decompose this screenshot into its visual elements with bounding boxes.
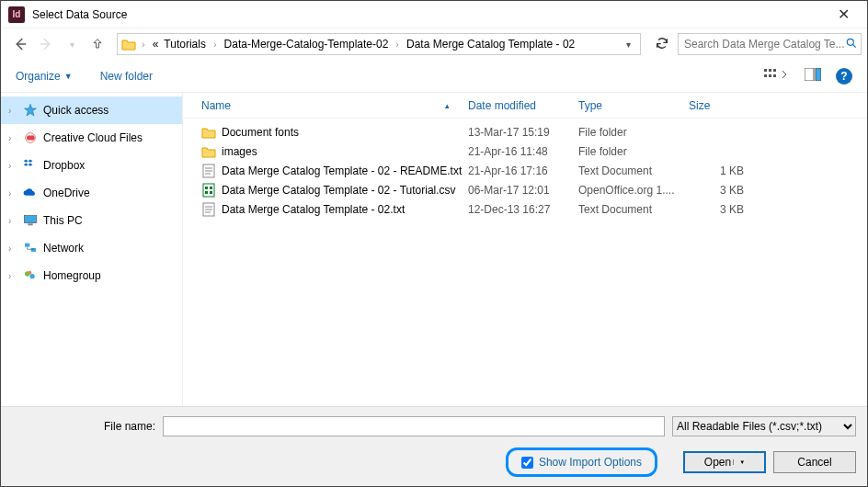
file-row[interactable]: Data Merge Catalog Template - 02 - READM…	[183, 161, 867, 180]
svg-rect-14	[25, 244, 29, 247]
preview-pane-button[interactable]	[805, 68, 821, 85]
column-headers: Name ▴ Date modified Type Size	[183, 93, 867, 119]
chevron-right-icon: ›	[8, 106, 17, 116]
file-size: 1 KB	[689, 164, 762, 177]
breadcrumb-item[interactable]: Data Merge Catalog Template - 02	[405, 38, 577, 51]
file-name: Data Merge Catalog Template - 02 - READM…	[222, 164, 462, 177]
preview-icon	[805, 68, 821, 81]
column-type[interactable]: Type	[578, 99, 689, 112]
sidebar-item-label: Homegroup	[43, 269, 101, 282]
close-button[interactable]: ✕	[827, 6, 860, 23]
back-icon	[12, 36, 29, 52]
file-pane: Name ▴ Date modified Type Size Document …	[183, 93, 867, 424]
txt-icon	[201, 164, 216, 178]
sidebar-item-onedrive[interactable]: › OneDrive	[1, 179, 182, 207]
file-date: 12-Dec-13 16:27	[468, 203, 578, 216]
organize-menu[interactable]: Organize ▼	[16, 70, 73, 83]
main-area: › Quick access › Creative Cloud Files › …	[1, 93, 867, 424]
file-type: File folder	[578, 145, 689, 158]
file-row[interactable]: Data Merge Catalog Template - 02 - Tutor…	[183, 180, 867, 199]
recent-dropdown[interactable]: ▾	[62, 34, 82, 54]
refresh-button[interactable]	[652, 36, 672, 53]
file-size: 3 KB	[689, 184, 762, 197]
file-name: Data Merge Catalog Template - 02 - Tutor…	[222, 184, 456, 197]
svg-rect-5	[769, 74, 771, 77]
sidebar-item-label: Creative Cloud Files	[43, 131, 143, 144]
file-type-filter[interactable]: All Readable Files (*.csv;*.txt)	[672, 416, 856, 436]
file-size: 3 KB	[689, 203, 762, 216]
help-button[interactable]: ?	[836, 68, 852, 85]
svg-point-18	[28, 271, 31, 275]
refresh-icon	[655, 36, 669, 51]
file-date: 21-Apr-16 11:48	[468, 145, 578, 158]
view-options-button[interactable]	[764, 67, 790, 85]
svg-point-11	[29, 135, 34, 140]
open-label: Open	[704, 456, 731, 469]
onedrive-icon	[23, 186, 38, 200]
sidebar-item-label: Network	[43, 242, 84, 255]
chevron-right-icon: ›	[8, 188, 17, 198]
new-folder-label: New folder	[100, 70, 153, 83]
column-name[interactable]: Name ▴	[201, 99, 468, 112]
chevron-right-icon: ›	[8, 244, 17, 254]
chevron-right-icon: ›	[8, 271, 17, 281]
chevron-down-icon: ▼	[64, 72, 73, 81]
cancel-button[interactable]: Cancel	[773, 451, 856, 473]
filename-input[interactable]	[163, 416, 665, 436]
back-button[interactable]	[10, 34, 30, 54]
file-row[interactable]: Document fonts13-Mar-17 15:19File folder	[183, 122, 867, 142]
star-icon	[23, 103, 38, 118]
sidebar: › Quick access › Creative Cloud Files › …	[1, 93, 183, 424]
show-import-label: Show Import Options	[539, 456, 642, 469]
svg-rect-13	[28, 223, 32, 225]
sort-asc-icon: ▴	[445, 101, 450, 110]
sidebar-item-creative-cloud[interactable]: › Creative Cloud Files	[1, 124, 182, 152]
toolbar: Organize ▼ New folder ?	[1, 60, 867, 93]
nav-row: ▾ › « Tutorials › Data-Merge-Catalog-Tem…	[1, 28, 867, 60]
cc-icon	[23, 130, 38, 145]
sidebar-item-homegroup[interactable]: › Homegroup	[1, 262, 182, 289]
column-date[interactable]: Date modified	[468, 99, 578, 112]
txt-icon	[201, 202, 216, 217]
svg-rect-2	[769, 69, 771, 72]
file-row[interactable]: Data Merge Catalog Template - 02.txt12-D…	[183, 199, 867, 219]
breadcrumb-item[interactable]: Tutorials	[162, 38, 208, 51]
up-icon	[90, 37, 105, 51]
column-size[interactable]: Size	[689, 99, 762, 112]
bottom-bar: File name: All Readable Files (*.csv;*.t…	[1, 406, 867, 486]
sidebar-item-label: Quick access	[43, 104, 108, 117]
sidebar-item-this-pc[interactable]: › This PC	[1, 207, 182, 234]
breadcrumb-item[interactable]: Data-Merge-Catalog-Template-02	[223, 38, 391, 51]
window-title: Select Data Source	[32, 8, 127, 21]
breadcrumb[interactable]: › « Tutorials › Data-Merge-Catalog-Templ…	[117, 33, 641, 55]
file-name: Data Merge Catalog Template - 02.txt	[222, 203, 405, 216]
file-name: Document fonts	[222, 126, 299, 139]
svg-rect-20	[203, 184, 214, 197]
folder-icon	[201, 144, 216, 159]
sidebar-item-network[interactable]: › Network	[1, 234, 182, 262]
show-import-checkbox[interactable]	[521, 457, 533, 469]
new-folder-button[interactable]: New folder	[100, 70, 153, 83]
svg-rect-7	[805, 68, 814, 81]
chevron-icon: ›	[392, 39, 403, 50]
open-button[interactable]: Open ▼	[683, 451, 766, 473]
search-input[interactable]	[678, 33, 862, 55]
svg-rect-23	[205, 191, 208, 194]
svg-rect-12	[24, 216, 36, 223]
file-name: images	[222, 145, 257, 158]
homegroup-icon	[23, 268, 38, 283]
chevron-down-icon: ▼	[733, 459, 745, 465]
sidebar-item-dropbox[interactable]: › Dropbox	[1, 152, 182, 179]
file-type: File folder	[578, 126, 689, 139]
chevron-right-icon: ›	[8, 161, 17, 171]
pc-icon	[23, 213, 38, 228]
file-type: OpenOffice.org 1....	[578, 184, 689, 197]
up-button[interactable]	[87, 34, 108, 54]
forward-button	[36, 34, 56, 54]
chevron-right-icon: ›	[8, 133, 17, 143]
sidebar-item-quick-access[interactable]: › Quick access	[1, 96, 182, 124]
show-import-options[interactable]: Show Import Options	[506, 447, 657, 477]
chevron-down-icon[interactable]: ▾	[626, 40, 631, 50]
file-row[interactable]: images21-Apr-16 11:48File folder	[183, 142, 867, 161]
svg-point-0	[847, 39, 853, 45]
